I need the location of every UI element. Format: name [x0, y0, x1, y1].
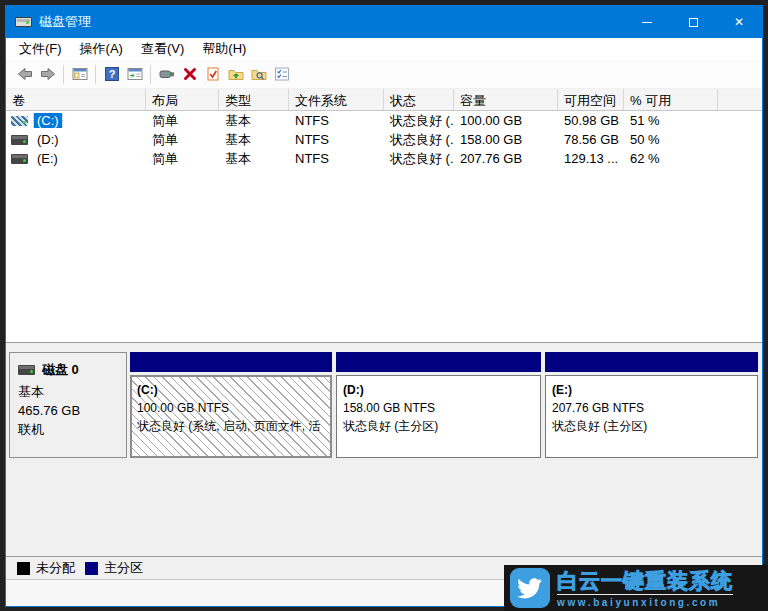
volume-cell: (E:) — [6, 151, 146, 166]
table-row-d[interactable]: (D:) 简单 基本 NTFS 状态良好 (... 158.00 GB 78.5… — [6, 130, 762, 149]
desktop-background: 磁盘管理 ✕ 文件(F) 操作(A) 查看(V) 帮助(H) — [0, 0, 768, 611]
type-cell: 基本 — [219, 112, 289, 130]
back-icon[interactable] — [13, 63, 36, 86]
disk-icon — [18, 365, 35, 375]
partition-status: 状态良好 (系统, 启动, 页面文件, 活 — [137, 417, 330, 435]
legend-label: 主分区 — [104, 559, 143, 577]
capacity-cell: 158.00 GB — [454, 132, 558, 147]
partition-name: (E:) — [552, 381, 757, 399]
console-tree-icon[interactable] — [68, 63, 91, 86]
forward-icon[interactable] — [36, 63, 59, 86]
disk-0-header: 磁盘 0 — [18, 360, 126, 379]
menu-view[interactable]: 查看(V) — [132, 38, 193, 60]
table-row-c[interactable]: (C:) 简单 基本 NTFS 状态良好 (... 100.00 GB 50.9… — [6, 111, 762, 130]
type-cell: 基本 — [219, 131, 289, 149]
partition-c-body[interactable]: (C:) 100.00 GB NTFS 状态良好 (系统, 启动, 页面文件, … — [130, 375, 332, 458]
task-list-icon[interactable] — [270, 63, 293, 86]
disk-type: 基本 — [18, 382, 126, 401]
column-header-pct-free[interactable]: % 可用 — [624, 89, 718, 110]
disk-management-window: 磁盘管理 ✕ 文件(F) 操作(A) 查看(V) 帮助(H) — [5, 5, 763, 607]
toolbar-separator — [63, 65, 64, 84]
legend-primary-partition: 主分区 — [85, 559, 143, 577]
capacity-cell: 207.76 GB — [454, 151, 558, 166]
menu-help[interactable]: 帮助(H) — [193, 38, 255, 60]
partition-e-color-bar — [545, 352, 758, 372]
disk-name: 磁盘 0 — [42, 360, 79, 379]
menu-bar: 文件(F) 操作(A) 查看(V) 帮助(H) — [6, 38, 762, 60]
partition-status: 状态良好 (主分区) — [552, 417, 757, 435]
folder-export-icon[interactable] — [224, 63, 247, 86]
column-header-layout[interactable]: 布局 — [146, 89, 219, 110]
tool-bar: ? — [6, 60, 762, 89]
filesystem-cell: NTFS — [289, 132, 384, 147]
minimize-button[interactable] — [624, 6, 670, 38]
free-space-cell: 50.98 GB — [558, 113, 624, 128]
maximize-icon — [689, 18, 698, 27]
watermark: 白云一键重装系统 www.baiyunxitong.com — [504, 565, 768, 611]
maximize-button[interactable] — [670, 6, 716, 38]
menu-action[interactable]: 操作(A) — [71, 38, 132, 60]
device-icon[interactable] — [155, 63, 178, 86]
volume-label[interactable]: (E:) — [34, 151, 61, 166]
volume-label[interactable]: (C:) — [34, 113, 62, 128]
pct-free-cell: 50 % — [624, 132, 718, 147]
volume-label[interactable]: (D:) — [34, 132, 62, 147]
column-header-status[interactable]: 状态 — [384, 89, 454, 110]
pct-free-cell: 62 % — [624, 151, 718, 166]
partition-size: 100.00 GB NTFS — [137, 399, 330, 417]
layout-cell: 简单 — [146, 150, 219, 168]
table-row-e[interactable]: (E:) 简单 基本 NTFS 状态良好 (... 207.76 GB 129.… — [6, 149, 762, 168]
column-header-type[interactable]: 类型 — [219, 89, 289, 110]
folder-search-icon[interactable] — [247, 63, 270, 86]
status-cell: 状态良好 (... — [384, 112, 454, 130]
volume-list-header: 卷 布局 类型 文件系统 状态 容量 可用空间 % 可用 — [6, 89, 762, 111]
column-header-volume[interactable]: 卷 — [6, 89, 146, 110]
disk-0-info-box[interactable]: 磁盘 0 基本 465.76 GB 联机 — [9, 352, 127, 458]
unallocated-swatch — [17, 562, 30, 575]
disk-status: 联机 — [18, 420, 126, 439]
filesystem-cell: NTFS — [289, 151, 384, 166]
watermark-url: www.baiyunxitong.com — [557, 594, 733, 608]
svg-text:?: ? — [108, 68, 115, 80]
type-cell: 基本 — [219, 150, 289, 168]
partition-name: (D:) — [343, 381, 540, 399]
volume-cell: (C:) — [6, 113, 146, 128]
column-header-filler — [718, 89, 762, 110]
volume-disk-icon — [11, 135, 28, 145]
status-cell: 状态良好 (... — [384, 150, 454, 168]
toolbar-separator — [95, 65, 96, 84]
partition-d[interactable]: (D:) 158.00 GB NTFS 状态良好 (主分区) — [336, 352, 541, 458]
volume-disk-icon — [11, 154, 28, 164]
window-title: 磁盘管理 — [39, 13, 91, 31]
layout-cell: 简单 — [146, 112, 219, 130]
capacity-cell: 100.00 GB — [454, 113, 558, 128]
primary-partition-swatch — [85, 562, 98, 575]
disk-size: 465.76 GB — [18, 401, 126, 420]
layout-cell: 简单 — [146, 131, 219, 149]
legend-label: 未分配 — [36, 559, 75, 577]
title-bar[interactable]: 磁盘管理 ✕ — [6, 6, 762, 38]
partition-c[interactable]: (C:) 100.00 GB NTFS 状态良好 (系统, 启动, 页面文件, … — [130, 352, 332, 458]
watermark-title: 白云一键重装系统 — [557, 569, 733, 593]
close-button[interactable]: ✕ — [716, 6, 762, 38]
partition-e[interactable]: (E:) 207.76 GB NTFS 状态良好 (主分区) — [545, 352, 758, 458]
partition-d-body[interactable]: (D:) 158.00 GB NTFS 状态良好 (主分区) — [336, 375, 541, 458]
partition-e-body[interactable]: (E:) 207.76 GB NTFS 状态良好 (主分区) — [545, 375, 758, 458]
column-header-free-space[interactable]: 可用空间 — [558, 89, 624, 110]
column-header-filesystem[interactable]: 文件系统 — [289, 89, 384, 110]
partition-c-color-bar — [130, 352, 332, 372]
partition-size: 207.76 GB NTFS — [552, 399, 757, 417]
minimize-icon — [642, 22, 652, 23]
disk-0-row: 磁盘 0 基本 465.76 GB 联机 (C:) 100.00 GB NTFS… — [9, 352, 762, 458]
help-icon[interactable]: ? — [100, 63, 123, 86]
partition-strip: (C:) 100.00 GB NTFS 状态良好 (系统, 启动, 页面文件, … — [130, 352, 762, 458]
delete-icon[interactable] — [178, 63, 201, 86]
menu-file[interactable]: 文件(F) — [10, 38, 71, 60]
pct-free-cell: 51 % — [624, 113, 718, 128]
column-header-capacity[interactable]: 容量 — [454, 89, 558, 110]
watermark-text: 白云一键重装系统 www.baiyunxitong.com — [557, 569, 733, 608]
show-hide-console-icon[interactable] — [123, 63, 146, 86]
partition-size: 158.00 GB NTFS — [343, 399, 540, 417]
volume-cell: (D:) — [6, 132, 146, 147]
properties-check-icon[interactable] — [201, 63, 224, 86]
